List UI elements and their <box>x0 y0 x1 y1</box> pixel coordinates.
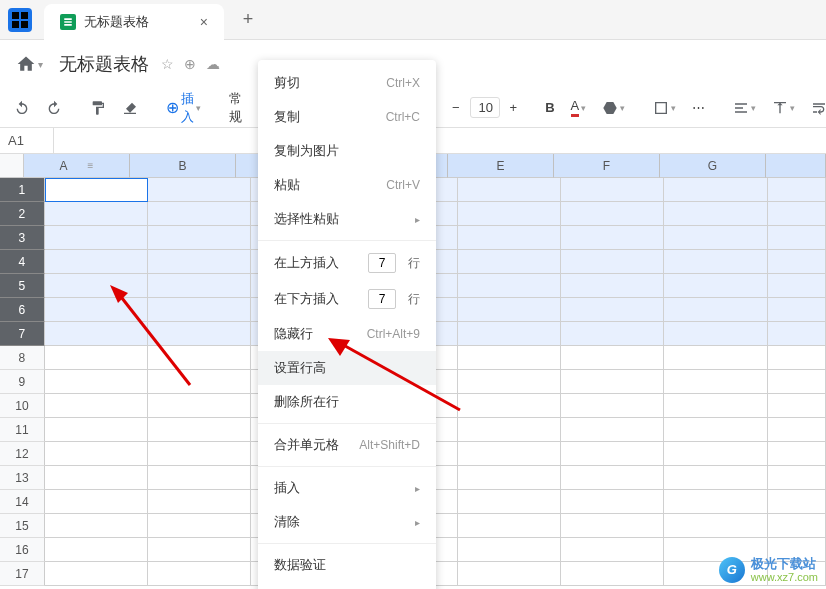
cell[interactable] <box>561 538 664 562</box>
cell[interactable] <box>768 274 826 298</box>
cell[interactable] <box>561 562 664 586</box>
cell[interactable] <box>664 202 767 226</box>
cell[interactable] <box>458 418 561 442</box>
cell[interactable] <box>768 394 826 418</box>
row-header[interactable]: 14 <box>0 490 45 514</box>
cell[interactable] <box>561 466 664 490</box>
text-color-button[interactable]: A ▾ <box>565 94 593 121</box>
row-header[interactable]: 15 <box>0 514 45 538</box>
cell[interactable] <box>561 226 664 250</box>
cell[interactable] <box>45 394 148 418</box>
cell[interactable] <box>768 178 826 202</box>
cell[interactable] <box>664 466 767 490</box>
cell[interactable] <box>148 418 251 442</box>
row-header[interactable]: 8 <box>0 346 45 370</box>
font-size-input[interactable]: 10 <box>470 97 500 118</box>
cell[interactable] <box>148 226 251 250</box>
cell[interactable] <box>768 418 826 442</box>
row-header[interactable]: 1 <box>0 178 45 202</box>
row-header[interactable]: 17 <box>0 562 45 586</box>
cell[interactable] <box>768 298 826 322</box>
cell[interactable] <box>768 442 826 466</box>
cell[interactable] <box>664 298 767 322</box>
undo-button[interactable] <box>8 96 36 120</box>
more-button[interactable]: ⋯ <box>686 96 711 119</box>
row-header[interactable]: 2 <box>0 202 45 226</box>
cell[interactable] <box>458 322 561 346</box>
menu-paste[interactable]: 粘贴Ctrl+V <box>258 168 436 202</box>
menu-insert-below[interactable]: 在下方插入 行 <box>258 281 436 317</box>
home-button[interactable]: ▾ <box>16 54 43 74</box>
font-size-increase[interactable]: + <box>504 96 524 119</box>
menu-hide-rows[interactable]: 隐藏行Ctrl+Alt+9 <box>258 317 436 351</box>
cell[interactable] <box>561 274 664 298</box>
menu-cut[interactable]: 剪切Ctrl+X <box>258 66 436 100</box>
cell[interactable] <box>45 442 148 466</box>
cell[interactable] <box>561 178 664 202</box>
borders-button[interactable]: ▾ <box>647 96 682 120</box>
cell[interactable] <box>45 346 148 370</box>
insert-button[interactable]: ⊕ 插入 ▾ <box>160 86 207 130</box>
cell[interactable] <box>664 394 767 418</box>
cell[interactable] <box>664 442 767 466</box>
cell[interactable] <box>45 562 148 586</box>
cell[interactable] <box>148 178 251 202</box>
document-tab[interactable]: 无标题表格 × <box>44 4 224 40</box>
align-button[interactable]: ▾ <box>727 96 762 120</box>
cell[interactable] <box>458 226 561 250</box>
cell[interactable] <box>664 274 767 298</box>
cell[interactable] <box>664 418 767 442</box>
cell[interactable] <box>45 322 148 346</box>
cell[interactable] <box>458 394 561 418</box>
menu-copy[interactable]: 复制Ctrl+C <box>258 100 436 134</box>
col-header-b[interactable]: B <box>130 154 236 178</box>
cell[interactable] <box>664 490 767 514</box>
cell[interactable] <box>768 490 826 514</box>
cell[interactable] <box>148 394 251 418</box>
cell[interactable] <box>561 490 664 514</box>
cell[interactable] <box>45 298 148 322</box>
cell[interactable] <box>768 322 826 346</box>
cell[interactable] <box>148 514 251 538</box>
cell[interactable] <box>561 418 664 442</box>
cell[interactable] <box>664 322 767 346</box>
col-header-g[interactable]: G <box>660 154 766 178</box>
document-title[interactable]: 无标题表格 <box>59 52 149 76</box>
cell[interactable] <box>148 562 251 586</box>
cell[interactable] <box>561 298 664 322</box>
cell[interactable] <box>664 226 767 250</box>
new-tab-button[interactable]: + <box>236 9 260 30</box>
cell[interactable] <box>45 490 148 514</box>
valign-button[interactable]: ▾ <box>766 96 801 120</box>
col-header-rest[interactable] <box>766 154 826 178</box>
cloud-icon[interactable]: ☁ <box>206 56 220 72</box>
insert-below-count[interactable] <box>368 289 396 309</box>
cell[interactable] <box>561 250 664 274</box>
menu-copy-as-image[interactable]: 复制为图片 <box>258 134 436 168</box>
row-header[interactable]: 7 <box>0 322 45 346</box>
cell[interactable] <box>664 370 767 394</box>
menu-set-row-height[interactable]: 设置行高 <box>258 351 436 385</box>
cell[interactable] <box>458 274 561 298</box>
col-header-e[interactable]: E <box>448 154 554 178</box>
row-header[interactable]: 13 <box>0 466 45 490</box>
cell[interactable] <box>148 274 251 298</box>
col-header-f[interactable]: F <box>554 154 660 178</box>
cell[interactable] <box>45 226 148 250</box>
row-header[interactable]: 16 <box>0 538 45 562</box>
star-icon[interactable]: ☆ <box>161 56 174 72</box>
cell[interactable] <box>561 346 664 370</box>
cell[interactable] <box>664 514 767 538</box>
close-icon[interactable]: × <box>200 14 208 30</box>
clear-format-button[interactable] <box>116 96 144 120</box>
row-header[interactable]: 5 <box>0 274 45 298</box>
cell[interactable] <box>768 250 826 274</box>
cell[interactable] <box>664 178 767 202</box>
cell[interactable] <box>45 514 148 538</box>
cell[interactable] <box>45 538 148 562</box>
cell[interactable] <box>148 370 251 394</box>
cell[interactable] <box>768 226 826 250</box>
row-header[interactable]: 11 <box>0 418 45 442</box>
cell[interactable] <box>45 178 148 202</box>
cell[interactable] <box>148 202 251 226</box>
